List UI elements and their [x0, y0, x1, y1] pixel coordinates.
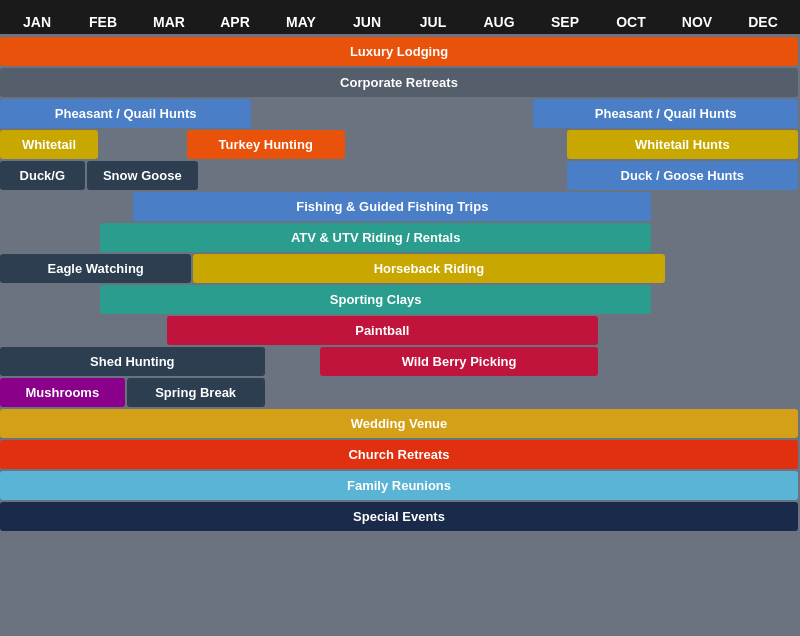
activity-bar: Whitetail [0, 130, 98, 159]
activity-bar: Duck/G [0, 161, 85, 190]
month-label: MAY [268, 14, 334, 30]
activity-bar: Horseback Riding [193, 254, 664, 283]
activity-bar: Sporting Clays [100, 285, 651, 314]
activity-bar: Whitetail Hunts [567, 130, 798, 159]
activity-bar: Church Retreats [0, 440, 798, 469]
activity-bar: Family Reunions [0, 471, 798, 500]
month-label: DEC [730, 14, 796, 30]
activity-bar: Turkey Hunting [187, 130, 345, 159]
activity-bar: Special Events [0, 502, 798, 531]
month-label: MAR [136, 14, 202, 30]
month-label: SEP [532, 14, 598, 30]
month-label: AUG [466, 14, 532, 30]
month-label: APR [202, 14, 268, 30]
activity-bar: ATV & UTV Riding / Rentals [100, 223, 651, 252]
month-label: JUN [334, 14, 400, 30]
activity-bar: Pheasant / Quail Hunts [533, 99, 798, 128]
activity-bar: Wedding Venue [0, 409, 798, 438]
activity-bar: Luxury Lodging [0, 37, 798, 66]
month-label: FEB [70, 14, 136, 30]
grid-area: Luxury LodgingCorporate RetreatsPheasant… [0, 34, 800, 636]
month-label: JAN [4, 14, 70, 30]
calendar: JANFEBMARAPRMAYJUNJULAUGSEPOCTNOVDEC Lux… [0, 0, 800, 636]
activity-bar: Duck / Goose Hunts [567, 161, 798, 190]
activity-bar: Fishing & Guided Fishing Trips [133, 192, 651, 221]
activity-bar: Mushrooms [0, 378, 125, 407]
activity-bar: Paintball [167, 316, 598, 345]
activity-bar: Snow Goose [87, 161, 198, 190]
months-row: JANFEBMARAPRMAYJUNJULAUGSEPOCTNOVDEC [0, 12, 800, 34]
page-title [0, 0, 800, 12]
activity-bar: Pheasant / Quail Hunts [0, 99, 251, 128]
month-label: OCT [598, 14, 664, 30]
month-label: NOV [664, 14, 730, 30]
activity-bar: Shed Hunting [0, 347, 265, 376]
activity-bar: Spring Break [127, 378, 265, 407]
activity-bar: Eagle Watching [0, 254, 191, 283]
month-label: JUL [400, 14, 466, 30]
activity-bar: Wild Berry Picking [320, 347, 598, 376]
activity-bar: Corporate Retreats [0, 68, 798, 97]
